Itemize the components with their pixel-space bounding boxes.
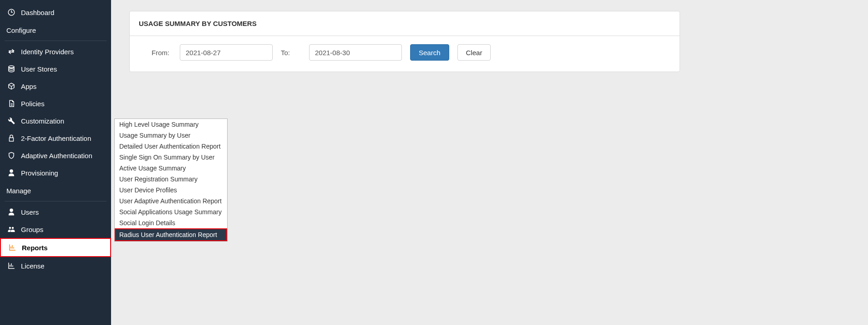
sidebar-item-label: Provisioning <box>21 169 58 177</box>
database-icon <box>6 65 16 73</box>
sidebar-item-license[interactable]: License <box>0 257 111 274</box>
sidebar-item-customization[interactable]: Customization <box>0 112 111 129</box>
submenu-item-sso-summary[interactable]: Single Sign On Summary by User <box>115 152 227 163</box>
exchange-icon <box>6 47 16 56</box>
lock-icon <box>6 134 16 142</box>
cube-icon <box>6 82 16 90</box>
sidebar-item-label: License <box>21 262 45 270</box>
sidebar-item-label: Identity Providers <box>21 48 74 56</box>
sidebar-item-adaptive[interactable]: Adaptive Authentication <box>0 147 111 164</box>
sidebar-item-label: Policies <box>21 100 45 108</box>
submenu-item-radius-auth[interactable]: Radius User Authentication Report <box>115 228 227 241</box>
panel-title: USAGE SUMMARY BY CUSTOMERS <box>130 11 680 36</box>
shield-icon <box>6 151 16 160</box>
submenu-item-active-usage[interactable]: Active Usage Summary <box>115 163 227 174</box>
sidebar-item-label: User Stores <box>21 65 57 73</box>
usage-summary-panel: USAGE SUMMARY BY CUSTOMERS From: To: Sea… <box>129 11 680 72</box>
search-button[interactable]: Search <box>410 44 449 61</box>
sidebar-item-label: Customization <box>21 117 64 125</box>
submenu-item-social-login[interactable]: Social Login Details <box>115 217 227 228</box>
submenu-item-high-level-usage[interactable]: High Level Usage Summary <box>115 119 227 130</box>
sidebar-item-groups[interactable]: Groups <box>0 221 111 238</box>
submenu-item-social-apps[interactable]: Social Applications Usage Summary <box>115 206 227 217</box>
sidebar-item-label: Adaptive Authentication <box>21 152 92 160</box>
sidebar-section-configure: Configure <box>0 21 111 39</box>
to-date-input[interactable] <box>309 44 402 61</box>
sidebar-item-label: 2-Factor Authentication <box>21 134 91 142</box>
sidebar-item-two-factor[interactable]: 2-Factor Authentication <box>0 129 111 147</box>
sidebar-item-user-stores[interactable]: User Stores <box>0 60 111 77</box>
from-date-input[interactable] <box>180 44 273 61</box>
sidebar-item-apps[interactable]: Apps <box>0 77 111 95</box>
sidebar-item-dashboard[interactable]: Dashboard <box>0 4 111 21</box>
sidebar: Dashboard Configure Identity Providers U… <box>0 0 111 325</box>
sidebar-item-policies[interactable]: Policies <box>0 95 111 112</box>
sidebar-divider <box>5 41 107 41</box>
submenu-item-device-profiles[interactable]: User Device Profiles <box>115 185 227 196</box>
sidebar-item-label: Apps <box>21 83 36 90</box>
sidebar-item-identity-providers[interactable]: Identity Providers <box>0 43 111 60</box>
users-icon <box>6 225 16 233</box>
chart-icon <box>7 243 17 252</box>
submenu-item-detailed-auth[interactable]: Detailed User Authentication Report <box>115 141 227 152</box>
sidebar-item-reports[interactable]: Reports <box>0 238 111 257</box>
sidebar-divider <box>5 201 107 201</box>
submenu-item-adaptive-auth[interactable]: User Adaptive Authentication Report <box>115 196 227 206</box>
sidebar-item-label: Dashboard <box>21 9 54 16</box>
submenu-item-usage-by-user[interactable]: Usage Summary by User <box>115 130 227 141</box>
sidebar-item-label: Users <box>21 208 39 216</box>
submenu-item-user-registration[interactable]: User Registration Summary <box>115 174 227 185</box>
panel-body: From: To: Search Clear <box>130 36 680 72</box>
sidebar-item-users[interactable]: Users <box>0 203 111 221</box>
user-icon <box>6 208 16 216</box>
sidebar-section-manage: Manage <box>0 181 111 199</box>
reports-submenu: High Level Usage Summary Usage Summary b… <box>114 119 228 242</box>
sidebar-item-label: Groups <box>21 226 43 233</box>
clear-button[interactable]: Clear <box>457 44 491 61</box>
chart-icon <box>6 262 16 270</box>
from-label: From: <box>152 49 172 57</box>
user-icon <box>6 169 16 177</box>
dashboard-icon <box>6 8 16 16</box>
document-icon <box>6 99 16 108</box>
to-label: To: <box>281 49 301 57</box>
wrench-icon <box>6 117 16 125</box>
sidebar-item-provisioning[interactable]: Provisioning <box>0 164 111 181</box>
sidebar-item-label: Reports <box>22 244 48 252</box>
